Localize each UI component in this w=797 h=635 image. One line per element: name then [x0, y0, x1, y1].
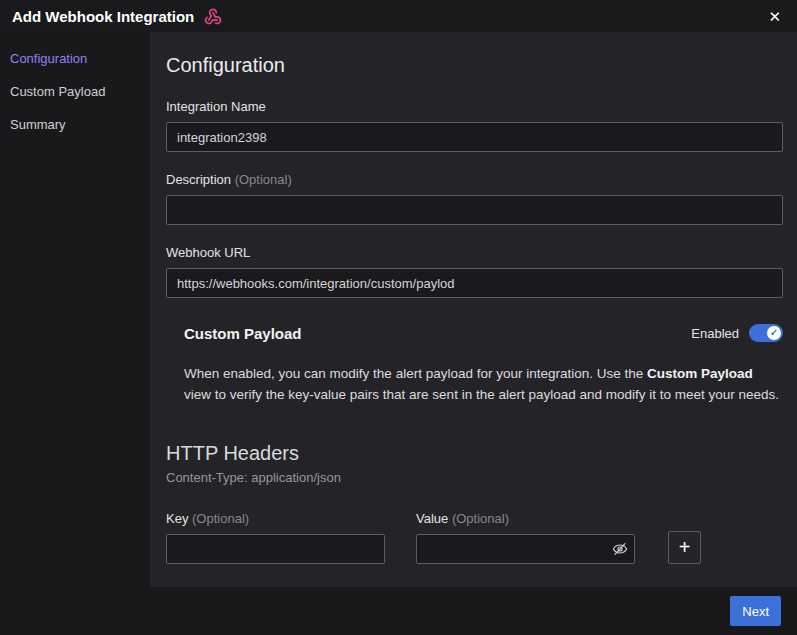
- custom-payload-title: Custom Payload: [184, 325, 302, 342]
- header-key-input[interactable]: [166, 534, 385, 564]
- sidebar-item-summary[interactable]: Summary: [0, 108, 150, 141]
- header-key-field: Key (Optional): [166, 511, 385, 564]
- header-value-input[interactable]: [416, 534, 635, 564]
- sidebar-item-custom-payload[interactable]: Custom Payload: [0, 75, 150, 108]
- next-button[interactable]: Next: [730, 596, 781, 626]
- integration-name-input[interactable]: [166, 122, 783, 152]
- close-icon[interactable]: ✕: [766, 7, 783, 26]
- toggle-check-icon: ✓: [767, 326, 781, 340]
- header-key-value-row: Key (Optional) Value (Optional): [166, 511, 783, 564]
- custom-payload-header: Custom Payload Enabled ✓: [184, 324, 783, 342]
- description-optional-hint: (Optional): [235, 172, 292, 187]
- webhook-url-field: Webhook URL: [166, 245, 783, 298]
- sidebar-item-configuration[interactable]: Configuration: [0, 42, 150, 75]
- header-value-optional-hint: (Optional): [452, 511, 509, 526]
- webhook-url-input[interactable]: [166, 268, 783, 298]
- configuration-panel: Configuration Integration Name Descripti…: [150, 32, 797, 587]
- dialog-body: Configuration Custom Payload Summary Con…: [0, 32, 797, 587]
- custom-payload-status-label: Enabled: [691, 326, 739, 341]
- dialog-header: Add Webhook Integration ✕: [0, 0, 797, 32]
- dialog-footer: Next: [0, 587, 797, 635]
- webhook-url-label: Webhook URL: [166, 245, 783, 260]
- header-value-label: Value (Optional): [416, 511, 635, 526]
- custom-payload-section: Custom Payload Enabled ✓ When enabled, y…: [184, 324, 783, 406]
- header-key-label: Key (Optional): [166, 511, 385, 526]
- description-field: Description (Optional): [166, 172, 783, 225]
- http-headers-title: HTTP Headers: [166, 442, 783, 465]
- webhook-icon: [203, 6, 223, 26]
- custom-payload-toggle[interactable]: ✓: [749, 324, 783, 342]
- page-title: Configuration: [166, 54, 783, 77]
- content-type-text: Content-Type: application/json: [166, 470, 783, 485]
- add-webhook-integration-dialog: Add Webhook Integration ✕ Configuration …: [0, 0, 797, 635]
- header-key-optional-hint: (Optional): [192, 511, 249, 526]
- custom-payload-description: When enabled, you can modify the alert p…: [184, 364, 783, 406]
- sidebar: Configuration Custom Payload Summary: [0, 32, 150, 587]
- header-value-input-wrap: [416, 534, 635, 564]
- visibility-off-icon[interactable]: [612, 541, 628, 557]
- integration-name-label: Integration Name: [166, 99, 783, 114]
- integration-name-field: Integration Name: [166, 99, 783, 152]
- header-value-field: Value (Optional): [416, 511, 635, 564]
- description-input[interactable]: [166, 195, 783, 225]
- description-label: Description (Optional): [166, 172, 783, 187]
- dialog-title: Add Webhook Integration: [12, 8, 194, 25]
- add-header-button[interactable]: +: [668, 531, 701, 564]
